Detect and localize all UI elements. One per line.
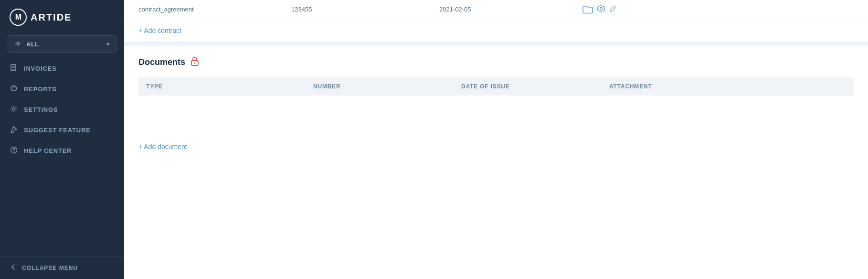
collapse-menu-button[interactable]: COLLAPSE MENU <box>0 256 124 279</box>
svg-point-7 <box>13 151 14 152</box>
lock-icon <box>190 56 200 69</box>
documents-section: Documents TYPE NUMBER DATE OF ISSUE ATTA… <box>124 46 868 134</box>
contract-actions <box>582 5 617 14</box>
eye-icon: 👁 <box>15 40 21 48</box>
sidebar-item-suggest[interactable]: SUGGEST FEATURE <box>0 120 124 140</box>
col-header-attachment: ATTACHMENT <box>602 77 854 96</box>
contract-date-cell: 2021-02-05 <box>439 6 582 13</box>
sidebar-item-help[interactable]: HELP CENTER <box>0 140 124 161</box>
sidebar-nav: INVOICES REPORTS SETTINGS <box>0 58 124 256</box>
logo-area: M ARTIDE <box>0 0 124 33</box>
contract-row: contract_agreement 123455 2021-02-05 <box>124 0 868 19</box>
svg-point-11 <box>194 63 196 64</box>
sidebar-item-reports[interactable]: REPORTS <box>0 79 124 99</box>
suggest-icon <box>10 126 18 135</box>
add-contract-row: + Add contract <box>124 19 868 43</box>
invoices-icon <box>10 64 18 73</box>
add-contract-button[interactable]: + Add contract <box>138 27 181 34</box>
sidebar-item-invoices[interactable]: INVOICES <box>0 58 124 79</box>
svg-point-5 <box>13 108 15 110</box>
dropdown-label: ALL <box>26 41 102 48</box>
reports-label: REPORTS <box>24 86 56 93</box>
add-document-button[interactable]: + Add document <box>138 143 187 150</box>
documents-table: TYPE NUMBER DATE OF ISSUE ATTACHMENT <box>138 77 854 134</box>
table-header: TYPE NUMBER DATE OF ISSUE ATTACHMENT <box>138 77 854 96</box>
view-icon[interactable] <box>597 5 605 14</box>
col-header-date: DATE OF ISSUE <box>454 77 602 96</box>
logo-icon: M <box>10 9 27 26</box>
contract-number-cell: 123455 <box>291 6 439 13</box>
section-divider <box>124 43 868 46</box>
help-icon <box>10 146 18 155</box>
sidebar-item-settings[interactable]: SETTINGS <box>0 99 124 120</box>
add-document-row: + Add document <box>124 134 868 159</box>
col-header-type: TYPE <box>138 77 306 96</box>
suggest-label: SUGGEST FEATURE <box>24 127 91 134</box>
help-label: HELP CENTER <box>24 147 72 154</box>
svg-point-8 <box>597 6 605 11</box>
folder-icon[interactable] <box>582 5 593 14</box>
sidebar: M ARTIDE 👁 ALL ▾ INVOICES <box>0 0 124 279</box>
chevron-down-icon: ▾ <box>106 41 109 47</box>
settings-icon <box>10 105 18 114</box>
svg-point-6 <box>11 147 17 153</box>
reports-icon <box>10 85 18 94</box>
logo-text: ARTIDE <box>31 12 72 23</box>
col-header-number: NUMBER <box>306 77 454 96</box>
edit-icon[interactable] <box>609 5 617 14</box>
empty-documents-row <box>138 96 854 134</box>
documents-title: Documents <box>138 57 185 67</box>
contract-type-cell: contract_agreement <box>138 6 291 13</box>
collapse-label: COLLAPSE MENU <box>22 265 78 271</box>
collapse-arrow-icon <box>10 263 17 272</box>
settings-label: SETTINGS <box>24 106 58 113</box>
documents-header: Documents <box>138 56 854 69</box>
empty-cell <box>138 96 854 134</box>
svg-point-9 <box>600 7 603 10</box>
logo-letter: M <box>15 13 21 21</box>
filter-dropdown[interactable]: 👁 ALL ▾ <box>8 35 116 53</box>
invoices-label: INVOICES <box>24 65 57 72</box>
main-content: contract_agreement 123455 2021-02-05 <box>124 0 868 279</box>
